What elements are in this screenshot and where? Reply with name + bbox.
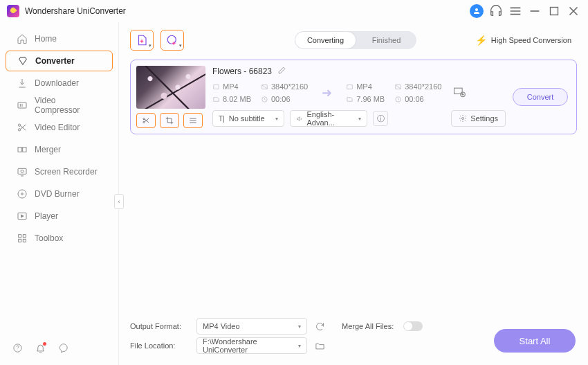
svg-rect-19 (214, 84, 219, 89)
recorder-icon (17, 166, 28, 177)
dst-size: 7.96 MB (346, 95, 385, 103)
sidebar-label: DVD Burner (35, 189, 80, 199)
add-file-button[interactable]: ▾ (130, 30, 154, 51)
minimize-button[interactable] (527, 3, 542, 19)
video-thumbnail[interactable] (136, 66, 205, 109)
sidebar-item-screen-recorder[interactable]: Screen Recorder (6, 161, 113, 182)
svg-rect-12 (23, 235, 26, 238)
svg-rect-11 (19, 235, 21, 238)
svg-point-27 (462, 118, 464, 120)
subtitle-dropdown[interactable]: T|No subtitle▾ (212, 110, 284, 127)
notification-bell-icon[interactable] (35, 343, 46, 355)
file-location-label: File Location: (130, 341, 190, 350)
disc-icon (17, 188, 28, 199)
svg-rect-4 (18, 148, 21, 152)
start-all-button[interactable]: Start All (494, 329, 576, 353)
sidebar-item-toolbox[interactable]: Toolbox (6, 228, 113, 249)
sidebar-label: Video Editor (35, 123, 80, 132)
maximize-button[interactable] (546, 3, 562, 19)
output-format-dropdown[interactable]: MP4 Video▾ (196, 318, 307, 335)
converter-icon (17, 55, 28, 66)
sidebar-item-merger[interactable]: Merger (6, 139, 113, 160)
download-icon (17, 78, 28, 89)
account-avatar[interactable] (469, 3, 484, 19)
hamburger-menu-icon[interactable] (508, 3, 523, 19)
dst-format: MP4 (346, 82, 385, 91)
info-button[interactable]: ⓘ (373, 111, 388, 126)
sidebar-label: Converter (35, 56, 75, 66)
sidebar-label: Home (35, 34, 57, 44)
feedback-icon[interactable] (58, 343, 68, 355)
sidebar-label: Player (35, 211, 58, 221)
tab-pill: Converting Finished (295, 31, 416, 49)
svg-rect-5 (23, 148, 26, 152)
audio-dropdown[interactable]: English-Advan...▾ (290, 110, 367, 127)
close-button[interactable] (566, 3, 581, 19)
convert-button[interactable]: Convert (513, 88, 568, 106)
svg-point-16 (167, 35, 176, 44)
svg-point-17 (143, 118, 145, 120)
refresh-icon[interactable] (314, 321, 325, 332)
file-location-dropdown[interactable]: F:\Wondershare UniConverter▾ (196, 337, 307, 354)
sidebar-label: Video Compressor (35, 96, 102, 115)
src-size: 8.02 MB (212, 95, 251, 103)
src-resolution: 3840*2160 (261, 82, 308, 91)
scissors-icon (17, 122, 28, 133)
add-disc-button[interactable]: ▾ (160, 30, 184, 51)
app-title: Wondershare UniConverter (25, 6, 126, 16)
svg-point-18 (143, 121, 145, 123)
svg-point-9 (21, 193, 24, 195)
app-logo (7, 5, 19, 17)
sidebar-item-home[interactable]: Home (6, 28, 113, 49)
chevron-down-icon: ▾ (179, 43, 182, 48)
sidebar-item-downloader[interactable]: Downloader (6, 73, 113, 94)
src-format: MP4 (212, 82, 251, 91)
home-icon (17, 33, 28, 44)
svg-point-8 (18, 190, 26, 198)
merger-icon (17, 144, 28, 155)
output-settings-icon[interactable] (452, 85, 466, 101)
merge-label: Merge All Files: (342, 322, 394, 330)
sidebar-label: Screen Recorder (35, 167, 98, 177)
chevron-down-icon: ▾ (149, 43, 151, 48)
effect-button[interactable] (183, 113, 203, 128)
file-card: Flowers - 66823 MP4 3840*2160 8.02 MB 00… (130, 60, 577, 134)
svg-rect-22 (347, 84, 352, 89)
sidebar-item-compressor[interactable]: Video Compressor (6, 95, 113, 116)
bolt-icon: ⚡ (475, 35, 487, 46)
open-folder-icon[interactable] (314, 340, 325, 351)
sidebar-label: Toolbox (35, 233, 63, 243)
sidebar-item-player[interactable]: Player (6, 206, 113, 226)
src-duration: 00:06 (261, 95, 308, 103)
trim-button[interactable] (136, 113, 156, 128)
svg-rect-14 (23, 239, 26, 242)
sidebar-item-dvd-burner[interactable]: DVD Burner (6, 184, 113, 204)
sidebar-label: Merger (35, 145, 61, 154)
tab-finished[interactable]: Finished (356, 31, 416, 49)
sidebar-item-converter[interactable]: Converter (6, 51, 113, 71)
sidebar-item-video-editor[interactable]: Video Editor (6, 117, 113, 138)
tab-converting[interactable]: Converting (295, 32, 356, 48)
arrow-right-icon: ➜ (322, 85, 332, 100)
output-format-label: Output Format: (130, 322, 190, 330)
svg-point-7 (21, 170, 24, 172)
grid-icon (17, 233, 28, 244)
settings-button[interactable]: Settings (451, 110, 506, 127)
sidebar-label: Downloader (35, 78, 79, 88)
compressor-icon (17, 100, 28, 111)
svg-rect-6 (18, 168, 26, 174)
dst-duration: 00:06 (394, 95, 441, 103)
svg-rect-0 (551, 8, 558, 15)
help-icon[interactable] (12, 343, 23, 355)
dst-resolution: 3840*2160 (394, 82, 441, 91)
merge-toggle[interactable] (403, 321, 423, 331)
edit-title-icon[interactable] (277, 66, 286, 77)
file-title: Flowers - 66823 (212, 66, 272, 76)
play-icon (17, 211, 28, 222)
svg-rect-13 (19, 239, 21, 242)
headset-icon[interactable] (488, 3, 504, 19)
crop-button[interactable] (160, 113, 179, 128)
high-speed-conversion-button[interactable]: ⚡High Speed Conversion (470, 32, 577, 48)
